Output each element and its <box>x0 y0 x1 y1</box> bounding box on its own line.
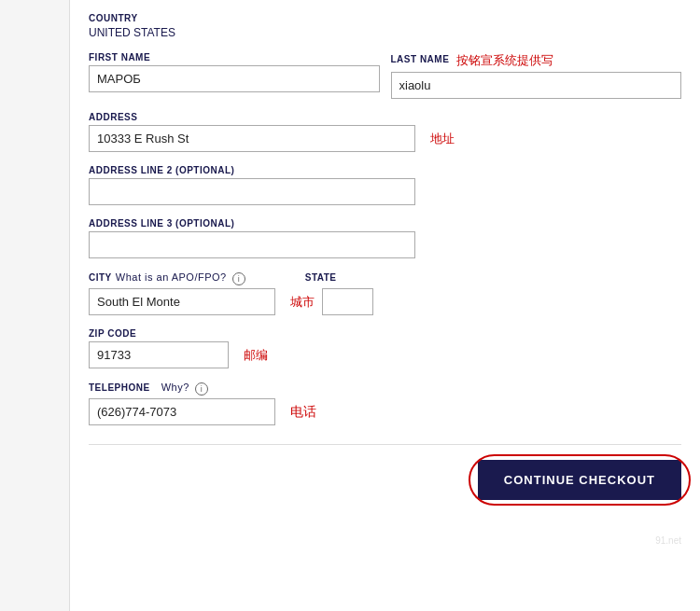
continue-btn-wrapper: CONTINUE CHECKOUT <box>478 460 681 500</box>
country-label: COUNTRY <box>89 13 681 23</box>
first-name-label: FIRST NAME <box>89 52 380 62</box>
name-row: FIRST NAME LAST NAME 按铭宣系统提供写 <box>89 52 681 99</box>
apo-text: What is an APO/FPO? <box>116 271 227 283</box>
zip-label: ZIP CODE <box>89 328 681 339</box>
city-state-section: CITY What is an APO/FPO? i STATE 城市 <box>89 271 681 315</box>
address2-input[interactable] <box>89 178 415 205</box>
country-value: UNITED STATES <box>89 26 681 39</box>
zip-annotation: 邮编 <box>244 347 268 364</box>
city-label: CITY <box>89 272 112 283</box>
apo-info-icon[interactable]: i <box>232 272 245 285</box>
name-annotation: 按铭宣系统提供写 <box>456 52 553 69</box>
telephone-input[interactable] <box>89 398 275 425</box>
city-annotation: 城市 <box>290 294 315 311</box>
telephone-annotation: 电话 <box>290 404 316 421</box>
first-name-group: FIRST NAME <box>89 52 380 99</box>
bottom-section: CONTINUE CHECKOUT <box>89 444 681 500</box>
why-text: Why? <box>161 382 189 393</box>
last-name-label: LAST NAME <box>391 54 450 64</box>
address2-label: ADDRESS LINE 2 (OPTIONAL) <box>89 165 681 175</box>
address-group: ADDRESS 地址 <box>89 112 681 152</box>
address3-input[interactable] <box>89 231 415 258</box>
watermark: 91.net <box>655 535 681 546</box>
sidebar <box>0 0 70 611</box>
address-annotation: 地址 <box>430 131 455 147</box>
telephone-label: TELEPHONE <box>89 382 150 393</box>
last-name-input[interactable] <box>391 72 682 99</box>
country-group: COUNTRY UNITED STATES <box>89 13 681 39</box>
telephone-group: TELEPHONE Why? i 电话 <box>89 382 681 425</box>
continue-checkout-button[interactable]: CONTINUE CHECKOUT <box>478 460 681 500</box>
address3-label: ADDRESS LINE 3 (OPTIONAL) <box>89 218 681 229</box>
city-input[interactable] <box>89 288 275 315</box>
state-input[interactable] <box>322 288 373 315</box>
address-input[interactable] <box>89 125 415 152</box>
state-label: STATE <box>305 272 337 283</box>
zip-input[interactable] <box>89 341 229 368</box>
first-name-input[interactable] <box>89 65 380 92</box>
address3-group: ADDRESS LINE 3 (OPTIONAL) <box>89 218 681 258</box>
telephone-info-icon[interactable]: i <box>195 382 208 396</box>
main-content: COUNTRY UNITED STATES FIRST NAME LAST NA… <box>70 0 700 611</box>
address-label: ADDRESS <box>89 112 681 122</box>
last-name-group: LAST NAME 按铭宣系统提供写 <box>391 52 682 99</box>
address2-group: ADDRESS LINE 2 (OPTIONAL) <box>89 165 681 205</box>
zip-group: ZIP CODE 邮编 <box>89 328 681 368</box>
